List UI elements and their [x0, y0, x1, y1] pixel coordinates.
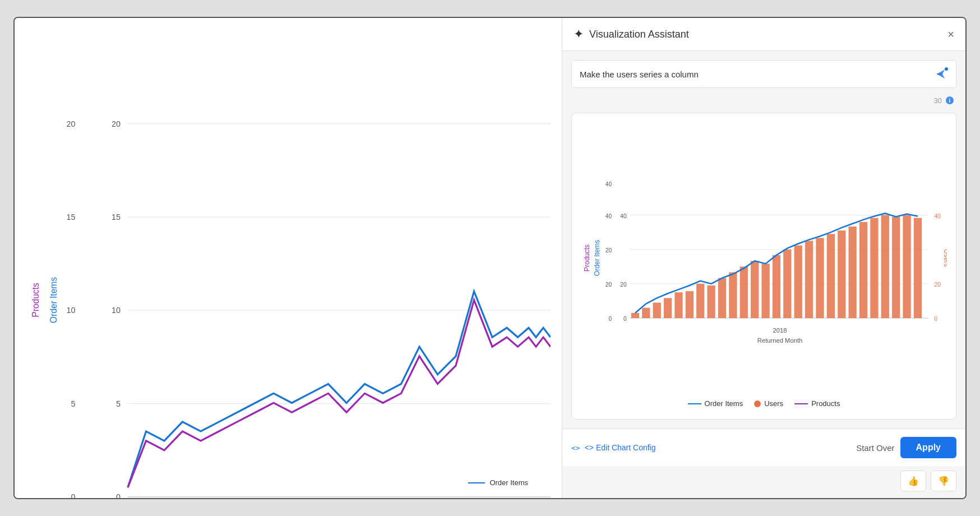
legend-products-label: Products [811, 399, 840, 408]
svg-text:2018: 2018 [773, 327, 787, 334]
preview-chart-svg: Products Order Items 0 20 20 40 40 0 20 … [581, 122, 947, 394]
svg-rect-44 [686, 291, 694, 318]
svg-rect-50 [751, 261, 759, 318]
left-chart-area: Products Order Items 0 5 10 15 20 0 5 10… [26, 29, 551, 499]
svg-rect-63 [892, 217, 900, 319]
svg-rect-58 [838, 231, 845, 318]
svg-text:10: 10 [67, 306, 76, 315]
svg-rect-52 [773, 255, 780, 318]
legend-users: Users [754, 399, 783, 408]
svg-rect-62 [881, 215, 889, 318]
svg-rect-42 [664, 298, 672, 318]
character-counter: 30 [934, 96, 942, 105]
order-items-line [128, 291, 551, 487]
svg-text:Order Items: Order Items [593, 240, 601, 277]
thumbs-up-button[interactable]: 👍 [900, 471, 926, 491]
legend-order-items: Order Items [688, 399, 743, 408]
svg-rect-39 [631, 313, 639, 318]
svg-rect-55 [805, 241, 813, 318]
svg-rect-51 [761, 264, 769, 318]
svg-text:0: 0 [623, 316, 627, 322]
va-title-row: ✦ Visualization Assistant [574, 27, 689, 42]
thumbs-up-icon: 👍 [908, 476, 919, 486]
legend-order-items-label: Order Items [489, 478, 528, 487]
svg-rect-64 [903, 215, 910, 318]
svg-text:40: 40 [935, 213, 941, 219]
svg-rect-57 [827, 234, 835, 318]
svg-text:40: 40 [605, 181, 612, 187]
edit-config-icon: <> [571, 444, 580, 452]
svg-text:Products: Products [583, 245, 591, 271]
legend-order-label: Order Items [705, 399, 743, 408]
svg-text:20: 20 [67, 119, 76, 128]
visualization-assistant-panel: ✦ Visualization Assistant × Make the use… [562, 18, 965, 498]
svg-text:20: 20 [605, 247, 612, 254]
start-over-button[interactable]: Start Over [856, 443, 894, 453]
va-body: Make the users series a column 30 i [562, 51, 965, 429]
svg-text:40: 40 [620, 213, 627, 219]
svg-text:20: 20 [605, 282, 612, 288]
send-icon [935, 67, 948, 81]
close-button[interactable]: × [947, 29, 954, 40]
apply-button[interactable]: Apply [900, 437, 956, 458]
va-feedback: 👍 👎 [562, 466, 965, 498]
svg-text:Returned Month: Returned Month [757, 337, 802, 344]
y-axis-order-label: Order Items [49, 277, 58, 324]
users-bars [631, 215, 922, 318]
left-chart-legend: Order Items [468, 478, 528, 487]
assistant-icon: ✦ [574, 27, 584, 42]
legend-users-label: Users [764, 399, 783, 408]
svg-rect-45 [696, 284, 704, 318]
va-counter-row: 30 i [571, 95, 956, 106]
svg-rect-61 [870, 218, 878, 319]
legend-products-line [794, 403, 808, 404]
svg-text:0: 0 [71, 492, 75, 499]
svg-rect-60 [859, 222, 867, 318]
svg-rect-48 [729, 273, 737, 319]
svg-text:Users: Users [942, 249, 947, 267]
va-input-row: Make the users series a column [571, 60, 956, 88]
va-title: Visualization Assistant [589, 29, 689, 40]
preview-chart-area: Products Order Items 0 20 20 40 40 0 20 … [581, 122, 947, 394]
svg-text:i: i [949, 98, 951, 104]
thumbs-down-button[interactable]: 👎 [931, 471, 956, 491]
legend-users-dot [754, 400, 761, 407]
thumbs-down-icon: 👎 [938, 476, 949, 486]
actions-right: Start Over Apply [856, 437, 956, 458]
left-chart-panel: Products Order Items 0 5 10 15 20 0 5 10… [15, 18, 562, 498]
svg-text:20: 20 [112, 119, 121, 128]
svg-rect-47 [718, 278, 726, 318]
svg-text:10: 10 [112, 306, 121, 315]
svg-rect-65 [914, 218, 922, 319]
svg-text:40: 40 [605, 213, 612, 219]
svg-rect-41 [653, 303, 661, 319]
va-input-text: Make the users series a column [580, 70, 935, 79]
svg-text:15: 15 [112, 213, 121, 222]
legend-order-line [688, 403, 701, 404]
legend-order-items-line [468, 482, 485, 483]
svg-rect-53 [783, 250, 791, 318]
svg-rect-59 [849, 227, 857, 318]
preview-chart-legend: Order Items Users Products [581, 394, 947, 410]
svg-text:5: 5 [116, 399, 121, 408]
svg-text:0: 0 [608, 316, 612, 322]
svg-text:20: 20 [620, 282, 627, 288]
app-container: Products Order Items 0 5 10 15 20 0 5 10… [13, 17, 967, 499]
counter-icon: i [945, 96, 954, 105]
send-button[interactable] [935, 67, 948, 81]
legend-products: Products [794, 399, 840, 408]
svg-point-18 [945, 67, 948, 71]
svg-text:0: 0 [116, 492, 121, 499]
va-header: ✦ Visualization Assistant × [562, 18, 965, 51]
va-actions: <> <> Edit Chart Config Start Over Apply [562, 429, 965, 466]
svg-rect-40 [642, 308, 650, 318]
products-line [128, 300, 551, 487]
edit-chart-config-button[interactable]: <> <> Edit Chart Config [571, 443, 656, 452]
svg-rect-46 [707, 285, 715, 318]
svg-text:15: 15 [67, 213, 76, 222]
svg-rect-49 [740, 266, 748, 318]
svg-text:20: 20 [935, 282, 941, 288]
va-preview-card: Products Order Items 0 20 20 40 40 0 20 … [571, 113, 956, 420]
svg-rect-43 [674, 292, 682, 318]
edit-config-label: <> Edit Chart Config [585, 443, 656, 452]
